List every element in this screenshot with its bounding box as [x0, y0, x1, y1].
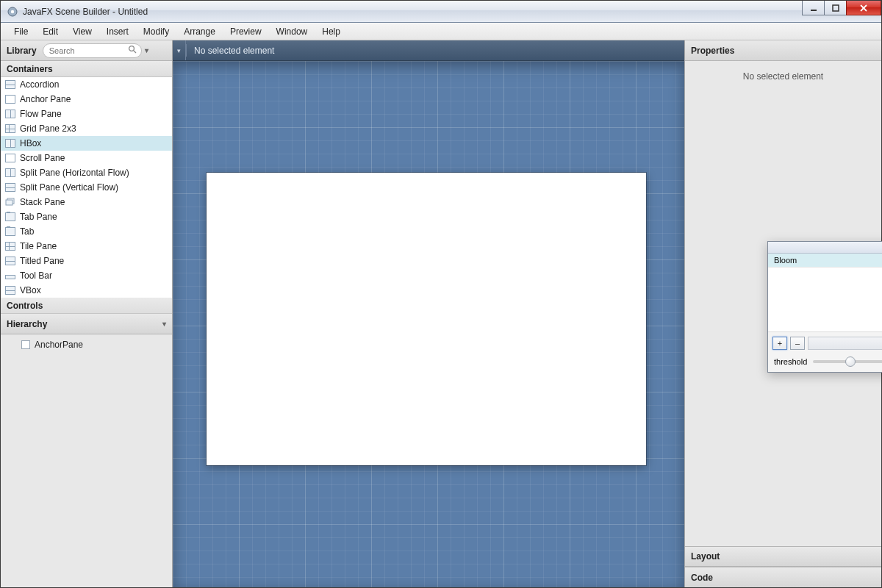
library-item[interactable]: HBox — [1, 136, 172, 151]
library-item-label: Split Pane (Horizontal Flow) — [20, 168, 129, 178]
library-label: Library — [7, 46, 37, 56]
code-label: Code — [691, 573, 713, 583]
popup-titlebar[interactable] — [768, 242, 882, 254]
close-button[interactable] — [846, 1, 881, 15]
search-icon — [128, 45, 137, 56]
library-item-label: Flow Pane — [20, 109, 62, 119]
effect-name: Bloom — [774, 256, 797, 265]
svg-rect-3 — [833, 5, 839, 11]
menubar: File Edit View Insert Modify Arrange Pre… — [1, 23, 881, 40]
anchor-pane-icon — [5, 95, 15, 104]
chevron-down-icon[interactable]: ▾ — [145, 46, 148, 54]
menu-modify[interactable]: Modify — [137, 25, 175, 38]
layout-header[interactable]: Layout — [685, 546, 881, 567]
library-search[interactable] — [43, 43, 142, 58]
library-item-label: Tile Pane — [20, 241, 57, 251]
properties-empty-text: No selected element — [743, 71, 823, 82]
maximize-button[interactable] — [824, 1, 846, 15]
library-item[interactable]: Tab — [1, 224, 172, 239]
library-item[interactable]: Split Pane (Vertical Flow) — [1, 180, 172, 195]
window-buttons — [802, 1, 881, 15]
library-item-label: Anchor Pane — [20, 94, 71, 104]
effect-toolbar-spacer — [808, 337, 882, 350]
window-title: JavaFX Scene Builder - Untitled — [23, 7, 148, 17]
library-item[interactable]: Split Pane (Horizontal Flow) — [1, 165, 172, 180]
hierarchy-tree: AnchorPane — [1, 334, 172, 587]
containers-label: Containers — [7, 64, 53, 74]
chevron-down-icon[interactable]: ▾ — [162, 320, 166, 328]
menu-preview[interactable]: Preview — [224, 25, 268, 38]
split-pane-vertical-flow--icon — [5, 183, 15, 192]
effects-popup[interactable]: Bloom + – threshold — [767, 241, 882, 373]
library-item-label: Tab Pane — [20, 212, 57, 222]
menu-file[interactable]: File — [8, 25, 34, 38]
grid-pane-2x3-icon — [5, 124, 15, 133]
code-header[interactable]: Code — [685, 567, 881, 587]
tool-bar-icon — [5, 275, 15, 279]
library-item-label: Stack Pane — [20, 197, 65, 207]
library-item[interactable]: VBox — [1, 283, 172, 298]
anchorpane-icon — [21, 340, 30, 349]
properties-label: Properties — [691, 46, 734, 56]
hierarchy-label: Hierarchy — [7, 319, 47, 329]
library-item[interactable]: Grid Pane 2x3 — [1, 121, 172, 136]
library-item[interactable]: Tile Pane — [1, 239, 172, 254]
breadcrumb-dropdown[interactable]: ▾ — [173, 40, 186, 60]
selection-text: No selected element — [187, 46, 282, 56]
titled-pane-icon — [5, 257, 15, 265]
library-item-label: Grid Pane 2x3 — [20, 123, 76, 134]
library-item[interactable]: Anchor Pane — [1, 92, 172, 107]
controls-label: Controls — [7, 301, 43, 311]
library-item[interactable]: Tab Pane — [1, 209, 172, 224]
tab-pane-icon — [5, 212, 15, 221]
containers-section-header[interactable]: Containers — [1, 61, 172, 77]
menu-help[interactable]: Help — [316, 25, 346, 38]
library-item[interactable]: Flow Pane — [1, 107, 172, 121]
library-header[interactable]: Library ▾ — [1, 40, 172, 61]
properties-header[interactable]: Properties — [685, 40, 881, 61]
library-item-label: Split Pane (Vertical Flow) — [20, 182, 118, 193]
hbox-icon — [5, 139, 15, 148]
effect-list-empty — [768, 268, 882, 332]
library-item-label: VBox — [20, 285, 41, 295]
svg-rect-2 — [811, 10, 817, 11]
slider-thumb[interactable] — [845, 356, 856, 367]
library-item[interactable]: Accordion — [1, 77, 172, 92]
threshold-row: threshold — [768, 354, 882, 372]
svg-point-6 — [129, 46, 134, 51]
tile-pane-icon — [5, 242, 15, 251]
hierarchy-header[interactable]: Hierarchy ▾ — [1, 314, 172, 334]
menu-edit[interactable]: Edit — [37, 25, 64, 38]
center-panel: ▾ No selected element — [173, 40, 684, 587]
minimize-button[interactable] — [802, 1, 824, 15]
controls-section-header[interactable]: Controls — [1, 298, 172, 314]
library-item[interactable]: Titled Pane — [1, 254, 172, 268]
library-item[interactable]: Scroll Pane — [1, 151, 172, 165]
library-item-label: Accordion — [20, 79, 59, 90]
design-canvas[interactable] — [173, 61, 684, 587]
effect-list-item[interactable]: Bloom — [768, 254, 882, 268]
library-item-label: Tab — [20, 226, 34, 237]
library-item-label: Tool Bar — [20, 270, 52, 281]
menu-view[interactable]: View — [67, 25, 98, 38]
library-item[interactable]: Tool Bar — [1, 268, 172, 283]
menu-arrange[interactable]: Arrange — [178, 25, 221, 38]
search-input[interactable] — [49, 46, 128, 55]
containers-list: AccordionAnchor PaneFlow PaneGrid Pane 2… — [1, 77, 172, 298]
app-icon — [7, 6, 18, 18]
svg-line-7 — [134, 51, 136, 53]
threshold-slider[interactable] — [813, 360, 882, 363]
add-effect-button[interactable]: + — [772, 337, 787, 350]
hierarchy-root-item[interactable]: AnchorPane — [1, 337, 172, 352]
menu-window[interactable]: Window — [270, 25, 314, 38]
scroll-pane-icon — [5, 154, 15, 162]
artboard[interactable] — [207, 173, 646, 465]
accordion-icon — [5, 80, 15, 89]
remove-effect-button[interactable]: – — [790, 337, 805, 350]
menu-insert[interactable]: Insert — [101, 25, 135, 38]
library-item[interactable]: Stack Pane — [1, 195, 172, 209]
right-accordion-footer: Layout Code — [685, 546, 881, 587]
svg-rect-9 — [6, 200, 12, 205]
titlebar[interactable]: JavaFX Scene Builder - Untitled — [1, 1, 881, 23]
hierarchy-root-label: AnchorPane — [35, 340, 83, 350]
